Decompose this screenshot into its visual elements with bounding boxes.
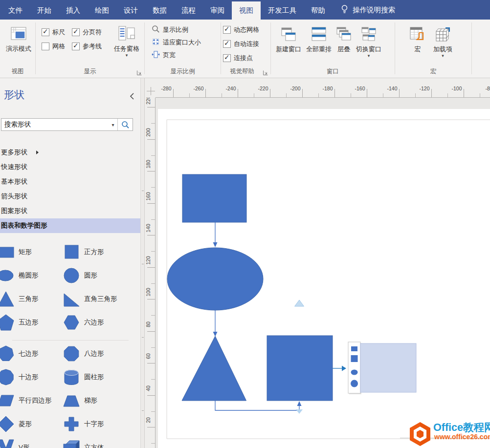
hruler-tick [270, 89, 270, 98]
menu-tab-6[interactable]: 流程 [174, 1, 203, 20]
presentation-mode-button[interactable]: 演示模式 [1, 21, 36, 53]
ribbon-bigbutton-2[interactable]: 层叠 [334, 22, 353, 59]
shape-master-7[interactable]: 六边形 [63, 311, 126, 334]
shape-master-label: 圆柱形 [84, 373, 104, 382]
shape-master-label: 直角三角形 [84, 295, 117, 303]
drawing-canvas[interactable] [156, 98, 490, 448]
dialog-launcher-icon[interactable] [263, 69, 268, 75]
button-label: 显示比例 [163, 25, 188, 34]
cylinder-shape-icon [63, 368, 82, 386]
shape-master-1[interactable]: 正方形 [63, 240, 126, 264]
hruler-minor-tick [447, 93, 448, 98]
shape-master-12[interactable]: 平行四边形 [0, 389, 61, 412]
button-label: 适应窗口大小 [163, 38, 201, 47]
checkbox-checked-icon[interactable] [223, 40, 231, 48]
menu-tab-4[interactable]: 设计 [116, 1, 145, 20]
menu-tab-7[interactable]: 审阅 [203, 1, 232, 20]
task-pane-icon [118, 22, 135, 45]
ribbon-checkbox-2[interactable]: 连接点 [223, 54, 259, 63]
ribbon-bigbutton-3[interactable]: 切换窗口▾ [354, 22, 383, 59]
dialog-launcher-icon[interactable] [136, 69, 142, 75]
canvas-shape-1[interactable] [167, 248, 263, 310]
vruler-tick [147, 171, 155, 171]
vruler-tick [147, 395, 155, 396]
menu-tab-3[interactable]: 绘图 [88, 1, 116, 20]
quick-shape-rect-icon[interactable] [351, 346, 357, 351]
menubar: 文件开始插入绘图设计数据流程审阅视图开发工具帮助 操作说明搜索 [0, 0, 490, 20]
task-pane-button[interactable]: 任务窗格 ▾ [107, 21, 146, 59]
hruler-label: -100 [446, 85, 468, 91]
panel-splitter[interactable] [140, 78, 145, 448]
shape-master-label: 正方形 [84, 248, 104, 256]
cascade-icon [336, 23, 351, 45]
horizontal-ruler: -280-260-240-220-200-180-160-140-120-100… [156, 78, 490, 98]
quick-shape-ellipse-icon[interactable] [351, 370, 358, 375]
shape-master-17[interactable]: 立方体 [63, 436, 126, 448]
shape-master-4[interactable]: 三角形 [0, 287, 61, 311]
shape-master-3[interactable]: 圆形 [63, 264, 126, 287]
menu-tab-0[interactable]: 文件 [1, 1, 30, 20]
checkbox-checked-icon[interactable] [72, 43, 80, 50]
shape-master-0[interactable]: 矩形 [0, 240, 61, 264]
shape-master-2[interactable]: 椭圆形 [0, 264, 61, 287]
shape-master-14[interactable]: 菱形 [0, 412, 61, 436]
menu-tab-8[interactable]: 视图 [232, 1, 261, 20]
ribbon-checkbox-0[interactable]: 动态网格 [223, 25, 259, 34]
shape-master-label: 菱形 [19, 420, 32, 428]
ribbon: 演示模式 视图 标尺分页符网格参考线 任务窗格 ▾ 显示 显示比例适应窗口大小页… [0, 20, 490, 78]
vertical-ruler: 22020018016014012010080604020 [145, 98, 156, 448]
shape-master-label: 六边形 [84, 318, 104, 327]
ribbon-button-1[interactable]: 适应窗口大小 [152, 36, 201, 49]
shape-master-label: 三角形 [19, 295, 39, 303]
checkbox-checked-icon[interactable] [42, 28, 49, 36]
group-label-view: 视图 [0, 67, 35, 76]
checkbox-checked-icon[interactable] [72, 28, 80, 36]
pagewidth-icon [152, 50, 160, 60]
shape-master-5[interactable]: 直角三角形 [63, 287, 126, 311]
macro-icon [410, 23, 425, 45]
tell-me-search[interactable]: 操作说明搜索 [340, 0, 395, 20]
menu-tab-2[interactable]: 插入 [59, 1, 88, 20]
chevron-down-icon: ▾ [368, 54, 370, 58]
ribbon-bigbutton-0[interactable]: 宏 [408, 22, 427, 59]
ribbon-bigbutton-0[interactable]: 新建窗口 [274, 22, 303, 59]
menu-tab-10[interactable]: 帮助 [304, 1, 333, 20]
chevron-down-icon: ▾ [442, 54, 444, 58]
menu-tab-1[interactable]: 开始 [30, 1, 59, 20]
hruler-minor-tick [480, 93, 480, 98]
rect-shape-icon [0, 243, 17, 261]
menu-tab-5[interactable]: 数据 [145, 1, 174, 20]
ribbon-bigbutton-1[interactable]: 加载项▾ [431, 22, 454, 59]
ribbon-checkbox-0[interactable]: 标尺 [42, 28, 72, 37]
shape-master-6[interactable]: 五边形 [0, 311, 61, 334]
checkbox-unchecked-icon[interactable] [42, 43, 49, 50]
shape-master-16[interactable]: V形 [0, 436, 61, 448]
quick-shape-circle-icon[interactable] [351, 380, 358, 387]
ribbon-checkbox-1[interactable]: 自动连接 [223, 40, 259, 48]
shape-master-9[interactable]: 八边形 [63, 342, 126, 365]
canvas-shape-0[interactable] [182, 174, 246, 222]
ribbon-button-0[interactable]: 显示比例 [152, 23, 201, 36]
shape-master-13[interactable]: 梯形 [63, 389, 126, 412]
vruler-tick [147, 107, 155, 107]
shape-row-5: 十边形圆柱形 [0, 365, 140, 389]
ribbon-button-2[interactable]: 页宽 [152, 49, 201, 62]
shape-master-15[interactable]: 十字形 [63, 412, 126, 436]
hruler-label: -280 [156, 85, 177, 91]
group-label-display: 显示 [36, 67, 144, 76]
shape-master-11[interactable]: 圆柱形 [63, 365, 126, 389]
ribbon-checkbox-2[interactable]: 网格 [42, 42, 72, 51]
hruler-label: -80 [478, 85, 490, 91]
shape-master-8[interactable]: 七边形 [0, 342, 61, 365]
checkbox-checked-icon[interactable] [223, 26, 231, 34]
canvas-shape-3[interactable] [267, 336, 333, 401]
group-label-window: 窗口 [271, 67, 395, 76]
tell-me-label: 操作说明搜索 [353, 5, 395, 15]
quick-shape-square-icon[interactable] [351, 355, 358, 362]
ribbon-bigbutton-1[interactable]: 全部重排 [304, 22, 334, 59]
menu-tab-9[interactable]: 开发工具 [261, 1, 304, 20]
hruler-tick [431, 89, 432, 98]
shape-master-10[interactable]: 十边形 [0, 365, 61, 389]
vruler-tick [147, 267, 155, 268]
checkbox-checked-icon[interactable] [223, 54, 231, 62]
